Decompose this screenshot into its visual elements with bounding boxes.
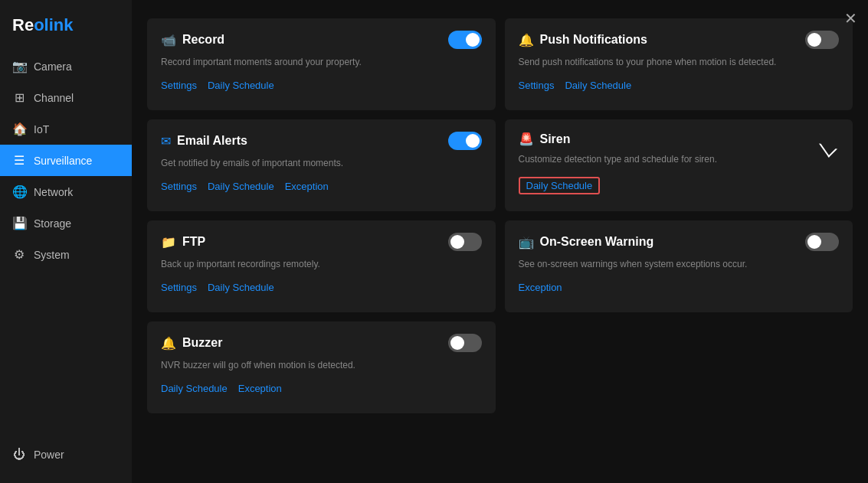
system-icon: ⚙ [12,247,26,262]
buzzer-icon: 🔔 [161,336,176,351]
buzzer-exception-link[interactable]: Exception [238,383,282,394]
sidebar-item-system[interactable]: ⚙ System [0,239,132,270]
cards-grid: 📹 Record Record important moments around… [147,18,853,413]
email-alerts-title-group: ✉ Email Alerts [161,134,247,148]
on-screen-warning-title-group: 📺 On-Screen Warning [519,235,654,250]
ftp-toggle[interactable] [448,233,482,251]
email-alerts-desc: Get notified by emails of important mome… [161,156,482,170]
buzzer-title: Buzzer [182,336,222,350]
siren-icon: 🚨 [519,132,534,146]
surveillance-icon: ☰ [12,153,26,168]
sidebar-item-camera[interactable]: 📷 Camera [0,51,132,82]
record-card-header: 📹 Record [161,31,482,49]
ftp-desc: Back up important recordings remotely. [161,257,482,271]
push-notifications-links: Settings Daily Schedule [519,80,840,91]
sidebar-item-iot[interactable]: 🏠 IoT [0,113,132,145]
sidebar-item-iot-label: IoT [34,123,49,135]
email-alerts-header: ✉ Email Alerts [161,132,482,150]
buzzer-desc: NVR buzzer will go off when motion is de… [161,358,482,372]
sidebar-bottom: ⏻ Power [0,439,132,471]
record-toggle[interactable] [448,31,482,49]
buzzer-toggle[interactable] [448,334,482,352]
on-screen-warning-header: 📺 On-Screen Warning [519,233,840,251]
push-notifications-card: 🔔 Push Notifications Send push notificat… [505,18,853,110]
email-alerts-icon: ✉ [161,134,171,148]
sidebar-item-power[interactable]: ⏻ Power [12,448,120,462]
channel-icon: ⊞ [12,90,26,105]
record-title-group: 📹 Record [161,33,224,47]
ftp-links: Settings Daily Schedule [161,282,482,293]
camera-icon: 📷 [12,59,26,73]
sidebar-item-storage[interactable]: 💾 Storage [0,207,132,239]
sidebar-item-channel-label: Channel [34,92,74,104]
sidebar-item-network-label: Network [34,186,73,198]
sidebar-item-surveillance[interactable]: ☰ Surveillance [0,145,132,176]
logo: Reolink [0,12,132,51]
email-alerts-links: Settings Daily Schedule Exception [161,181,482,192]
iot-icon: 🏠 [12,122,26,136]
sidebar-item-camera-label: Camera [34,60,72,73]
siren-header: 🚨 Siren [519,132,840,146]
buzzer-header: 🔔 Buzzer [161,334,482,352]
ftp-header: 📁 FTP [161,233,482,251]
on-screen-warning-title: On-Screen Warning [540,235,654,249]
push-daily-schedule-link[interactable]: Daily Schedule [565,80,631,91]
record-title: Record [182,33,224,47]
ftp-settings-link[interactable]: Settings [161,282,197,293]
sidebar-item-channel[interactable]: ⊞ Channel [0,82,132,113]
push-settings-link[interactable]: Settings [519,80,555,91]
siren-title-group: 🚨 Siren [519,132,571,146]
power-icon: ⏻ [12,448,26,462]
ftp-title-group: 📁 FTP [161,235,205,250]
logo-re-text: Re [12,15,34,34]
on-screen-warning-desc: See on-screen warnings when system excep… [519,257,840,271]
email-alerts-card: ✉ Email Alerts Get notified by emails of… [147,119,496,211]
push-notifications-title: Push Notifications [540,33,647,47]
push-notifications-header: 🔔 Push Notifications [519,31,840,49]
email-alerts-title: Email Alerts [177,134,247,148]
network-icon: 🌐 [12,184,26,199]
main-content: ✕ 📹 Record Record important moments arou… [132,0,868,483]
on-screen-exception-link[interactable]: Exception [519,282,562,293]
siren-desc: Customize detection type and schedule fo… [519,152,840,166]
record-links: Settings Daily Schedule [161,80,482,91]
siren-card: 🚨 Siren Customize detection type and sch… [505,119,853,211]
push-notifications-desc: Send push notifications to your phone wh… [519,55,840,69]
push-notifications-toggle[interactable] [805,31,839,49]
on-screen-warning-links: Exception [519,282,840,293]
email-daily-schedule-link[interactable]: Daily Schedule [208,181,274,192]
power-label: Power [34,449,64,461]
ftp-daily-schedule-link[interactable]: Daily Schedule [208,282,274,293]
buzzer-daily-schedule-link[interactable]: Daily Schedule [161,383,228,394]
record-card: 📹 Record Record important moments around… [147,18,496,110]
sidebar-item-system-label: System [34,249,70,261]
buzzer-card: 🔔 Buzzer NVR buzzer will go off when mot… [147,321,496,413]
email-settings-link[interactable]: Settings [161,181,197,192]
buzzer-title-group: 🔔 Buzzer [161,336,222,351]
email-exception-link[interactable]: Exception [285,181,329,192]
record-daily-schedule-link[interactable]: Daily Schedule [208,80,274,91]
storage-icon: 💾 [12,216,26,230]
ftp-icon: 📁 [161,235,176,250]
sidebar-item-network[interactable]: 🌐 Network [0,176,132,207]
record-settings-link[interactable]: Settings [161,80,197,91]
on-screen-warning-toggle[interactable] [805,233,839,251]
record-desc: Record important moments around your pro… [161,55,482,69]
email-alerts-toggle[interactable] [448,132,482,150]
siren-links: Daily Schedule [519,177,840,194]
ftp-title: FTP [182,235,205,249]
sidebar: Reolink 📷 Camera ⊞ Channel 🏠 IoT ☰ Surve… [0,0,132,483]
record-icon: 📹 [161,33,176,47]
siren-title: Siren [540,132,571,146]
close-button[interactable]: ✕ [844,11,857,26]
sidebar-item-surveillance-label: Surveillance [34,155,92,167]
siren-daily-schedule-link[interactable]: Daily Schedule [519,177,601,194]
logo-olink-text: olink [34,15,73,34]
sidebar-item-storage-label: Storage [34,217,71,230]
on-screen-warning-card: 📺 On-Screen Warning See on-screen warnin… [505,220,853,312]
on-screen-warning-icon: 📺 [519,235,534,250]
push-notifications-icon: 🔔 [519,33,534,47]
buzzer-links: Daily Schedule Exception [161,383,482,394]
push-notifications-title-group: 🔔 Push Notifications [519,33,647,47]
ftp-card: 📁 FTP Back up important recordings remot… [147,220,496,312]
